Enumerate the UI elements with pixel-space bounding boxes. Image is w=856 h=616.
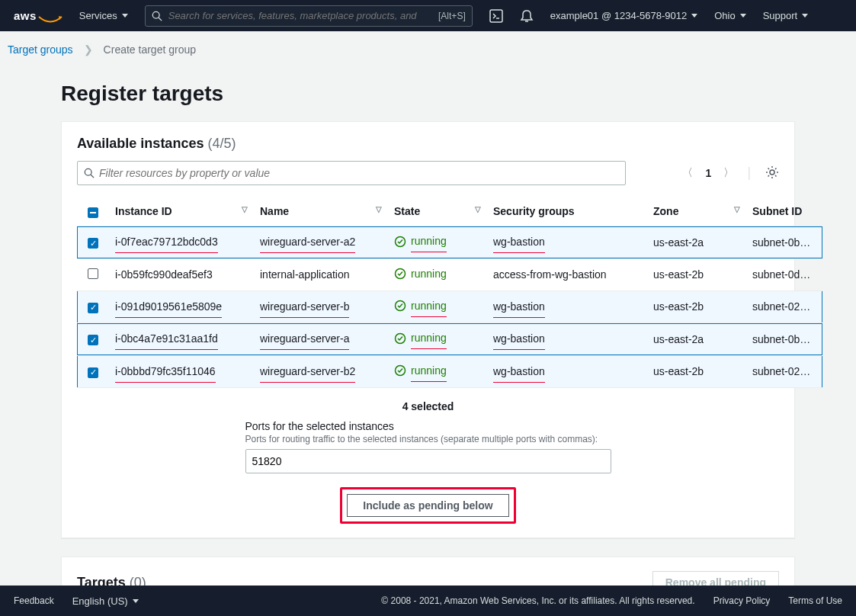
cell-name: internal-application [254, 258, 388, 290]
cell-instance-id: i-0b59fc990deaf5ef3 [109, 258, 254, 290]
table-row[interactable]: i-0f7eac79712bdc0d3wireguard-server-a2ru… [77, 226, 822, 259]
pager-next[interactable]: 〉 [723, 166, 734, 180]
row-checkbox[interactable] [88, 268, 98, 279]
selected-count: 4 selected [77, 400, 779, 412]
ports-label: Ports for the selected instances [245, 420, 611, 432]
privacy-link[interactable]: Privacy Policy [713, 595, 771, 606]
targets-heading: Targets (0) [77, 575, 146, 586]
filter-input[interactable] [99, 167, 619, 179]
col-name[interactable]: Name▽ [254, 196, 388, 226]
table-row[interactable]: i-0bc4a7e91c31aa1fdwireguard-server-arun… [77, 323, 822, 356]
cell-security-groups: wg-bastion [487, 355, 647, 388]
services-menu[interactable]: Services [79, 10, 128, 21]
cell-zone: us-east-2b [647, 355, 746, 388]
svg-point-0 [152, 11, 159, 18]
svg-line-6 [91, 175, 94, 178]
status-running-icon: running [394, 300, 447, 313]
settings-gear-icon[interactable] [765, 165, 779, 181]
feedback-link[interactable]: Feedback [14, 595, 54, 606]
aws-swoosh-icon [38, 16, 63, 25]
global-search[interactable]: [Alt+S] [145, 5, 473, 27]
status-running-icon: running [394, 364, 447, 377]
instances-table: Instance ID▽ Name▽ State▽ Security group… [77, 196, 822, 388]
col-select-all[interactable] [77, 196, 109, 226]
ports-block: Ports for the selected instances Ports f… [245, 420, 611, 473]
copyright: © 2008 - 2021, Amazon Web Services, Inc.… [381, 595, 694, 606]
notifications-icon[interactable] [520, 9, 534, 23]
cloudshell-icon[interactable] [489, 9, 503, 23]
cell-instance-id: i-0f7eac79712bdc0d3 [109, 226, 254, 259]
footer: Feedback English (US) © 2008 - 2021, Ama… [0, 586, 856, 616]
cell-state: running [388, 258, 487, 290]
ports-hint: Ports for routing traffic to the selecte… [245, 434, 611, 444]
caret-down-icon [740, 14, 746, 18]
pager-prev[interactable]: 〈 [682, 166, 693, 180]
table-row[interactable]: i-091d9019561e5809ewireguard-server-brun… [77, 290, 822, 323]
row-checkbox[interactable] [88, 303, 98, 313]
table-row[interactable]: i-0bbbd79fc35f11046wireguard-server-b2ru… [77, 355, 822, 388]
row-checkbox[interactable] [88, 335, 98, 345]
col-instance-id[interactable]: Instance ID▽ [109, 196, 254, 226]
language-menu[interactable]: English (US) [72, 595, 139, 607]
terms-link[interactable]: Terms of Use [788, 595, 842, 606]
caret-down-icon [133, 599, 139, 603]
language-label: English (US) [72, 595, 128, 607]
ports-input[interactable] [245, 449, 611, 473]
cell-subnet: subnet-0b… [746, 323, 822, 356]
breadcrumb-target-groups[interactable]: Target groups [8, 43, 73, 56]
available-title: Available instances [77, 136, 204, 151]
targets-title: Targets [77, 575, 126, 586]
cell-state: running [388, 323, 487, 356]
col-subnet[interactable]: Subnet ID [746, 196, 822, 226]
cell-zone: us-east-2a [647, 323, 746, 356]
row-checkbox[interactable] [88, 367, 98, 378]
pager-page: 1 [705, 167, 711, 179]
cell-zone: us-east-2b [647, 290, 746, 323]
support-label: Support [763, 10, 798, 21]
col-state[interactable]: State▽ [388, 196, 487, 226]
chevron-right-icon: ❯ [84, 43, 93, 56]
cell-state: running [388, 226, 487, 259]
top-nav: aws Services [Alt+S] example01 @ 1234-56… [0, 0, 856, 31]
available-heading: Available instances (4/5) [77, 136, 779, 152]
col-zone[interactable]: Zone▽ [647, 196, 746, 226]
svg-point-5 [85, 168, 91, 175]
status-running-icon: running [394, 268, 447, 280]
checkbox-mixed[interactable] [88, 207, 98, 218]
cell-subnet: subnet-0d… [746, 258, 822, 290]
cell-subnet: subnet-02… [746, 290, 822, 323]
account-menu[interactable]: example01 @ 1234-5678-9012 [550, 10, 697, 21]
table-row[interactable]: i-0b59fc990deaf5ef3internal-applicationr… [77, 258, 822, 290]
cell-name: wireguard-server-b [254, 290, 388, 323]
cell-state: running [388, 355, 487, 388]
cell-security-groups: access-from-wg-bastion [487, 258, 647, 290]
cell-security-groups: wg-bastion [487, 226, 647, 259]
status-running-icon: running [394, 235, 447, 248]
cell-state: running [388, 290, 487, 323]
main-scroll[interactable]: Target groups ❯ Create target group Regi… [0, 31, 856, 586]
aws-logo[interactable]: aws [14, 9, 63, 22]
include-highlight: Include as pending below [340, 487, 515, 524]
search-input[interactable] [168, 10, 432, 21]
cell-instance-id: i-091d9019561e5809e [109, 290, 254, 323]
cell-name: wireguard-server-b2 [254, 355, 388, 388]
caret-down-icon [122, 14, 128, 18]
caret-down-icon [691, 14, 697, 18]
filter-input-wrap[interactable] [77, 161, 626, 185]
remove-all-pending-button[interactable]: Remove all pending [652, 571, 779, 586]
region-menu[interactable]: Ohio [714, 10, 745, 21]
page-title: Register targets [61, 82, 795, 106]
caret-down-icon [802, 14, 808, 18]
support-menu[interactable]: Support [763, 10, 809, 21]
available-count: (4/5) [207, 136, 236, 151]
sort-icon: ▽ [734, 205, 740, 213]
search-icon [152, 11, 162, 21]
sort-icon: ▽ [475, 205, 481, 213]
cell-instance-id: i-0bbbd79fc35f11046 [109, 355, 254, 388]
include-as-pending-button[interactable]: Include as pending below [347, 494, 508, 517]
col-security-groups[interactable]: Security groups [487, 196, 647, 226]
row-checkbox[interactable] [88, 238, 98, 249]
nav-right: example01 @ 1234-5678-9012 Ohio Support [489, 9, 808, 23]
cell-zone: us-east-2b [647, 258, 746, 290]
cell-subnet: subnet-02… [746, 355, 822, 388]
